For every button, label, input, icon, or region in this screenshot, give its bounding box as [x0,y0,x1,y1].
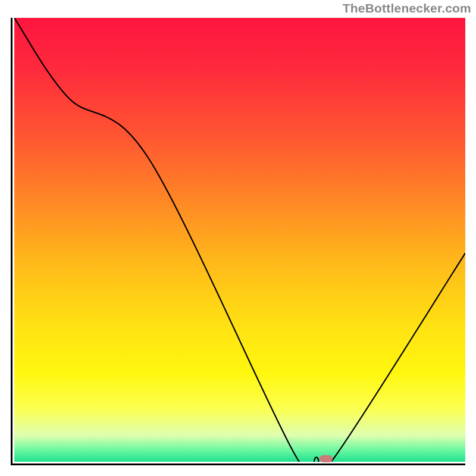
plot-area [11,18,465,465]
bottleneck-curve-path [14,18,465,462]
attribution-label: TheBottlenecker.com [343,1,471,15]
plot-axes [11,18,465,465]
optimal-marker [320,455,333,462]
curve-svg [14,18,465,462]
chart-container: TheBottlenecker.com [0,0,476,476]
